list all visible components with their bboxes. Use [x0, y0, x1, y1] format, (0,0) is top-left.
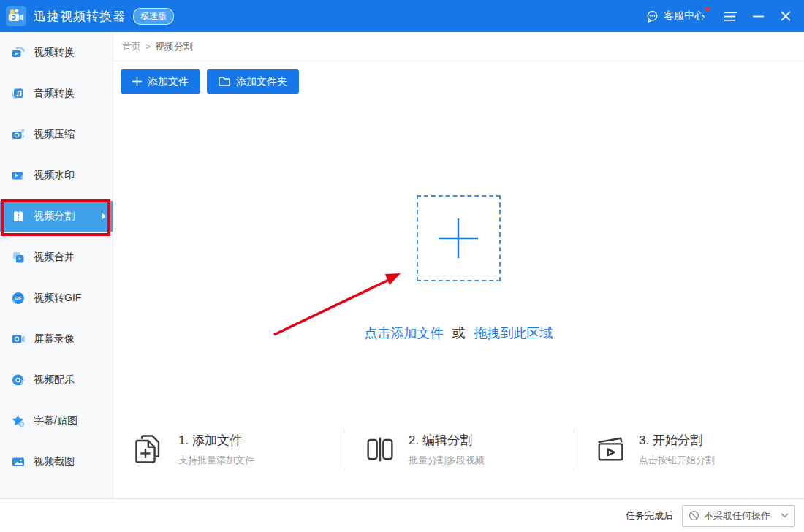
sidebar-item-label: 视频截图 — [34, 455, 75, 468]
minimize-icon — [753, 15, 764, 18]
close-icon — [781, 11, 791, 21]
click-add-file-link[interactable]: 点击添加文件 — [364, 326, 443, 341]
hamburger-icon — [724, 12, 737, 21]
breadcrumb-separator: > — [145, 42, 151, 52]
step-add-files: 1. 添加文件 支持批量添加文件 — [113, 420, 344, 479]
dropzone-hint: 点击添加文件 或 拖拽到此区域 — [113, 324, 804, 342]
no-action-icon — [689, 510, 699, 521]
customer-service-label: 客服中心 — [664, 10, 705, 23]
after-task-label: 任务完成后 — [626, 509, 673, 522]
sidebar-item-video-convert[interactable]: 视频转换 — [0, 32, 113, 73]
video-to-gif-icon: GIF — [11, 291, 26, 305]
sidebar-item-label: 视频配乐 — [34, 373, 75, 387]
app-logo-icon — [6, 6, 26, 26]
sidebar-item-video-to-gif[interactable]: GIF 视频转GIF — [0, 278, 113, 319]
sidebar-item-screen-record[interactable]: 屏幕录像 — [0, 319, 113, 360]
sidebar-item-video-snapshot[interactable]: 视频截图 — [0, 441, 113, 482]
sidebar-item-video-split[interactable]: 视频分割 — [0, 201, 113, 232]
dropzone[interactable] — [417, 195, 501, 281]
add-file-label: 添加文件 — [148, 75, 189, 88]
video-music-icon — [11, 373, 26, 387]
sidebar-item-label: 视频转换 — [34, 46, 75, 59]
sidebar-item-video-merge[interactable]: 视频合并 — [0, 237, 113, 278]
sidebar-item-label: 音频转换 — [34, 87, 75, 100]
step-title: 1. 添加文件 — [178, 432, 254, 449]
step-subtitle: 点击按钮开始分割 — [639, 454, 715, 467]
sidebar-item-label: 视频转GIF — [34, 292, 81, 305]
subtitle-sticker-icon: T — [11, 414, 26, 428]
after-task-select[interactable]: 不采取任何操作 — [682, 505, 795, 527]
sidebar: 视频转换 音频转换 视频压缩 — [0, 32, 113, 498]
sidebar-item-label: 字幕/贴图 — [34, 414, 77, 428]
video-convert-icon — [11, 45, 26, 60]
sidebar-item-video-watermark[interactable]: 视频水印 — [0, 155, 113, 196]
screen-record-icon — [11, 332, 26, 346]
step-subtitle: 批量分割多段视频 — [409, 454, 485, 467]
sidebar-item-label: 视频合并 — [34, 251, 75, 264]
customer-service-button[interactable]: 客服中心 — [645, 10, 705, 23]
video-watermark-icon — [11, 168, 26, 183]
after-task-selected-option: 不采取任何操作 — [704, 509, 770, 522]
step-edit-split: 2. 编辑分割 批量分割多段视频 — [344, 420, 574, 479]
edition-badge: 极速版 — [133, 8, 174, 25]
steps-row: 1. 添加文件 支持批量添加文件 2. 编辑分割 批量分割多段视频 — [113, 420, 804, 479]
plus-icon — [437, 217, 479, 259]
minimize-button[interactable] — [747, 5, 769, 27]
folder-icon — [219, 77, 230, 86]
close-button[interactable] — [775, 5, 797, 27]
titlebar: 迅捷视频转换器 极速版 客服中心 — [0, 0, 804, 32]
add-folder-button[interactable]: 添加文件夹 — [207, 69, 299, 94]
app-title: 迅捷视频转换器 — [34, 8, 126, 25]
notification-dot — [705, 7, 710, 11]
or-text: 或 — [452, 326, 466, 341]
chevron-down-icon — [781, 513, 789, 518]
breadcrumb-current: 视频分割 — [155, 40, 193, 53]
files-plus-icon — [132, 432, 167, 467]
main-content: 首页 > 视频分割 添加文件 添加文件夹 — [113, 32, 804, 498]
step-start-split: 3. 开始分割 点击按钮开始分割 — [574, 420, 804, 479]
svg-text:GIF: GIF — [15, 296, 22, 300]
breadcrumb: 首页 > 视频分割 — [113, 32, 804, 61]
drag-here-link[interactable]: 拖拽到此区域 — [474, 326, 553, 341]
sidebar-item-video-music[interactable]: 视频配乐 — [0, 360, 113, 400]
svg-text:T: T — [20, 422, 23, 427]
add-folder-label: 添加文件夹 — [236, 75, 287, 88]
sidebar-item-subtitle-sticker[interactable]: T 字幕/贴图 — [0, 400, 113, 441]
chevron-right-icon — [102, 213, 106, 220]
sidebar-item-label: 视频分割 — [34, 210, 75, 223]
video-split-icon — [11, 209, 26, 224]
sidebar-item-label: 视频水印 — [34, 169, 75, 182]
video-compress-icon — [11, 127, 26, 142]
audio-convert-icon — [11, 86, 26, 101]
split-bars-icon — [363, 432, 398, 467]
step-title: 3. 开始分割 — [639, 432, 715, 449]
step-subtitle: 支持批量添加文件 — [178, 454, 254, 467]
video-merge-icon — [11, 250, 26, 265]
plus-icon — [132, 77, 142, 86]
app-window: 迅捷视频转换器 极速版 客服中心 — [0, 0, 804, 532]
menu-button[interactable] — [719, 5, 741, 27]
sidebar-item-video-compress[interactable]: 视频压缩 — [0, 114, 113, 155]
add-file-button[interactable]: 添加文件 — [121, 69, 200, 94]
step-title: 2. 编辑分割 — [409, 432, 485, 449]
chat-bubble-icon — [645, 10, 659, 23]
status-bar: 任务完成后 不采取任何操作 — [0, 498, 804, 532]
sidebar-item-audio-convert[interactable]: 音频转换 — [0, 73, 113, 114]
sidebar-item-label: 视频压缩 — [34, 128, 75, 141]
sidebar-item-label: 屏幕录像 — [34, 332, 75, 346]
clapperboard-icon — [593, 432, 628, 467]
toolbar: 添加文件 添加文件夹 — [121, 69, 299, 94]
breadcrumb-home[interactable]: 首页 — [122, 40, 141, 53]
video-snapshot-icon — [11, 455, 26, 469]
